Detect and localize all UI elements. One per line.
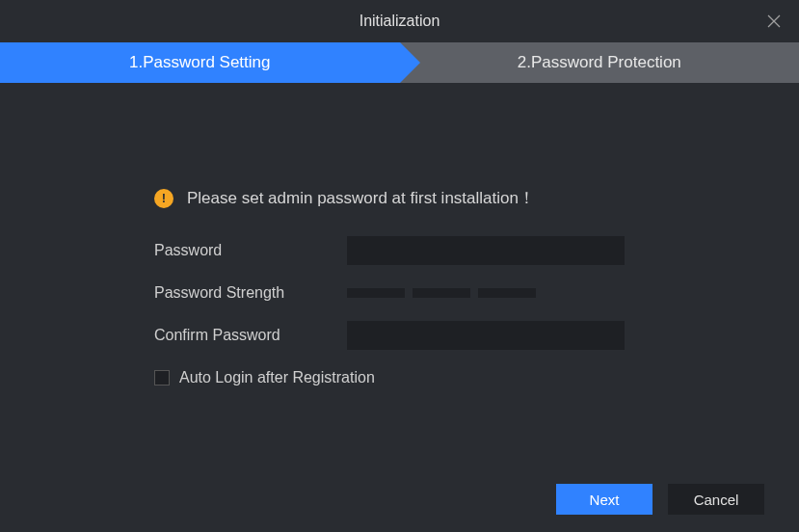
hint-row: ! Please set admin password at first ins…	[154, 187, 799, 209]
content-area: ! Please set admin password at first ins…	[0, 83, 799, 386]
password-row: Password	[154, 236, 799, 265]
wizard-steps: 1.Password Setting 2.Password Protection	[0, 42, 799, 83]
strength-meter	[347, 288, 536, 298]
password-input[interactable]	[347, 236, 625, 265]
close-icon[interactable]	[766, 13, 782, 29]
confirm-row: Confirm Password	[154, 321, 799, 350]
cancel-button-label: Cancel	[694, 492, 739, 508]
autologin-row: Auto Login after Registration	[154, 369, 799, 386]
footer-buttons: Next Cancel	[556, 484, 764, 515]
confirm-label: Confirm Password	[154, 327, 347, 344]
step-1-label: 1.Password Setting	[129, 53, 270, 72]
strength-seg-1	[347, 288, 405, 298]
strength-label: Password Strength	[154, 284, 347, 302]
step-2-label: 2.Password Protection	[518, 53, 681, 72]
window-title: Initialization	[360, 13, 440, 30]
autologin-checkbox[interactable]	[154, 370, 170, 386]
strength-seg-2	[413, 288, 470, 298]
hint-text: Please set admin password at first insta…	[187, 187, 535, 209]
warning-icon: !	[154, 189, 173, 208]
next-button[interactable]: Next	[556, 484, 653, 515]
step-password-setting[interactable]: 1.Password Setting	[0, 42, 400, 83]
cancel-button[interactable]: Cancel	[668, 484, 764, 515]
password-label: Password	[154, 242, 347, 259]
next-button-label: Next	[590, 492, 620, 508]
titlebar: Initialization	[0, 0, 799, 42]
autologin-label: Auto Login after Registration	[179, 369, 375, 386]
confirm-password-input[interactable]	[347, 321, 625, 350]
strength-row: Password Strength	[154, 284, 799, 302]
step-password-protection[interactable]: 2.Password Protection	[400, 42, 800, 83]
strength-seg-3	[478, 288, 536, 298]
